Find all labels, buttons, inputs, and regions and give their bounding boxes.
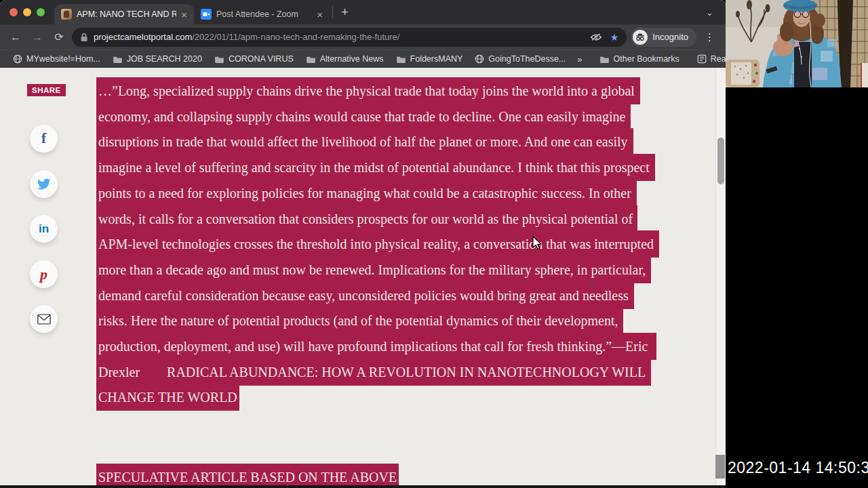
mouse-cursor	[532, 236, 542, 251]
browser-menu-button[interactable]: ⋮	[701, 31, 719, 43]
reading-list-button[interactable]: Reading List	[691, 54, 726, 64]
globe-icon	[13, 54, 22, 64]
bookmark-label: JOB SEARCH 2020	[127, 54, 202, 64]
folder-icon	[306, 55, 316, 64]
facebook-icon: f	[41, 130, 46, 147]
macos-window-controls	[5, 0, 54, 24]
folder-icon	[599, 55, 610, 64]
close-icon[interactable]: ×	[181, 9, 187, 20]
bookmark-label: FoldersMANY	[410, 54, 463, 64]
tab-title: Post Attendee - Zoom	[216, 9, 312, 19]
reading-list-icon	[697, 54, 707, 64]
folder-icon	[214, 55, 224, 64]
back-button[interactable]: ←	[7, 31, 24, 43]
forward-button[interactable]: →	[28, 31, 46, 43]
bookmark-label: Alternative News	[320, 54, 384, 64]
url-domain: projectcamelotportal.com	[94, 32, 192, 42]
scrollbar-thumb[interactable]	[717, 138, 724, 184]
pinterest-icon: p	[40, 266, 47, 283]
email-icon	[37, 313, 52, 325]
tab-strip: APM: NANO TECH AND REMA × Post Attendee …	[0, 0, 726, 24]
webcam-video-feed	[726, 0, 868, 87]
highlighted-quote-text: …”Long, specialized supply chains drive …	[96, 77, 659, 411]
screen: APM: NANO TECH AND REMA × Post Attendee …	[0, 0, 868, 488]
screen-bottom-edge	[0, 485, 726, 488]
speculative-heading: SPECULATIVE ARTICLE BASED ON THE ABOVE	[96, 465, 399, 488]
url-path: /2022/01/11/apm-nano-tech-and-remaking-t…	[192, 32, 399, 42]
bookmark-star-icon[interactable]: ★	[610, 32, 619, 43]
lock-icon	[80, 33, 88, 42]
bookmark-label: GoingToTheDesse...	[488, 54, 566, 64]
project-camelot-favicon-icon	[61, 9, 72, 20]
address-bar[interactable]: projectcamelotportal.com/2022/01/11/apm-…	[72, 28, 627, 47]
reading-list-label: Reading List	[711, 54, 726, 64]
folder-icon	[113, 55, 123, 64]
bookmark-item[interactable]: MYwebsite!=Hom...	[7, 54, 106, 64]
bookmark-label: MYwebsite!=Hom...	[26, 54, 100, 64]
close-window-button[interactable]	[9, 8, 18, 16]
twitter-icon	[37, 177, 51, 191]
new-tab-button[interactable]: +	[336, 5, 354, 20]
bookmark-item[interactable]: GoingToTheDesse...	[469, 54, 572, 64]
minimize-window-button[interactable]	[23, 8, 31, 16]
scrollbar-corner	[715, 455, 725, 479]
share-email-button[interactable]	[30, 305, 58, 333]
linkedin-icon: in	[39, 222, 49, 236]
bookmark-label: CORONA VIRUS	[229, 54, 294, 64]
tab-separator	[332, 6, 333, 18]
bookmark-folder[interactable]: Alternative News	[300, 54, 390, 64]
folder-icon	[396, 55, 406, 64]
highlighted-heading-text: SPECULATIVE ARTICLE BASED ON THE ABOVE	[96, 464, 399, 488]
webpage-content: SHARE f in p …”Long, specialized supply …	[0, 68, 726, 488]
incognito-label: Incognito	[652, 32, 688, 42]
browser-window: APM: NANO TECH AND REMA × Post Attendee …	[0, 0, 726, 488]
fullscreen-window-button[interactable]	[37, 8, 45, 16]
close-icon[interactable]: ×	[317, 9, 323, 20]
omnibox-actions: ★	[590, 32, 619, 43]
eye-off-icon[interactable]	[590, 33, 602, 42]
scrollbar-track[interactable]	[715, 68, 726, 488]
zoom-favicon-icon	[201, 9, 212, 20]
article-quote: …”Long, specialized supply chains drive …	[96, 79, 655, 411]
tab-title: APM: NANO TECH AND REMA	[77, 9, 176, 19]
incognito-icon	[633, 30, 648, 45]
url-text: projectcamelotportal.com/2022/01/11/apm-…	[94, 32, 399, 42]
zoom-side-panel: 2022-01-14 14:50:37	[726, 0, 868, 488]
share-twitter-button[interactable]	[30, 170, 58, 198]
other-bookmarks-label: Other Bookmarks	[614, 54, 679, 64]
tab-zoom-post-attendee[interactable]: Post Attendee - Zoom ×	[194, 4, 330, 24]
bookmark-folder[interactable]: FoldersMANY	[390, 54, 469, 64]
bookmark-folder[interactable]: CORONA VIRUS	[208, 54, 300, 64]
tab-apm-nano-tech[interactable]: APM: NANO TECH AND REMA ×	[54, 4, 194, 24]
reload-button[interactable]: ⟳	[50, 30, 68, 43]
bookmark-folder[interactable]: JOB SEARCH 2020	[106, 54, 208, 64]
chevron-down-icon[interactable]: ⌄	[706, 7, 713, 18]
bookmarks-overflow-button[interactable]: »	[572, 54, 587, 64]
share-pinterest-button[interactable]: p	[30, 260, 58, 288]
globe-icon	[475, 54, 484, 64]
other-bookmarks-button[interactable]: Other Bookmarks	[593, 54, 686, 64]
bookmarks-bar: MYwebsite!=Hom... JOB SEARCH 2020 CORONA…	[0, 49, 726, 68]
incognito-badge: Incognito	[631, 28, 696, 47]
browser-toolbar: ← → ⟳ projectcamelotportal.com/2022/01/1…	[0, 24, 726, 49]
share-linkedin-button[interactable]: in	[30, 215, 58, 243]
recording-timestamp: 2022-01-14 14:50:37	[728, 459, 868, 477]
share-facebook-button[interactable]: f	[30, 125, 58, 152]
share-label: SHARE	[27, 84, 66, 96]
